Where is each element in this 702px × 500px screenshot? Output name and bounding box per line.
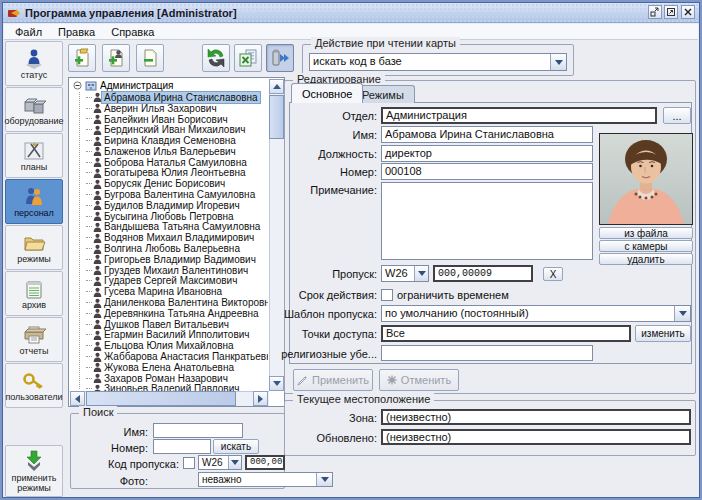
tree-hscroll-thumb[interactable] <box>86 391 236 406</box>
number-field[interactable]: 000108 <box>381 163 593 180</box>
tree-person-row[interactable]: Деревянкина Татьяна Андреевна <box>86 308 268 319</box>
position-field[interactable]: директор <box>381 145 593 162</box>
refresh-button[interactable] <box>202 44 230 72</box>
scroll-right-button[interactable] <box>253 391 268 406</box>
photo-from-camera-button[interactable]: с камеры <box>599 240 693 252</box>
tree-vscroll-thumb[interactable] <box>269 95 284 139</box>
menu-edit[interactable]: Правка <box>51 25 102 39</box>
sidebar-item-archive[interactable]: архив <box>5 271 63 316</box>
tree-person-row[interactable]: Груздев Михаил Валентинович <box>86 265 268 276</box>
pass-clear-button[interactable]: X <box>543 267 563 281</box>
tree-person-row[interactable]: Гударев Сергей Максимович <box>86 276 268 287</box>
name-label: Имя: <box>287 129 377 141</box>
tab-main[interactable]: Основное <box>291 83 363 103</box>
tree-person-row[interactable]: Жукова Елена Анатольевна <box>86 362 268 373</box>
tree-person-row[interactable]: Ельцова Юлия Михайловна <box>86 340 268 351</box>
note-textarea[interactable] <box>381 182 593 260</box>
search-photo-select[interactable]: неважно <box>198 472 333 487</box>
search-photo-dropdown[interactable] <box>316 473 332 486</box>
tree-connector <box>86 97 92 98</box>
sidebar-item-users[interactable]: пользователи <box>5 363 63 408</box>
tree-person-row[interactable]: Бирина Клавдия Семеновна <box>86 135 268 146</box>
access-field[interactable]: Все <box>381 325 631 342</box>
apply-button[interactable]: Применить <box>293 369 373 391</box>
tree-person-row[interactable]: Егармин Василий Ипполитович <box>86 330 268 341</box>
template-dropdown[interactable] <box>674 306 690 321</box>
scroll-up-button[interactable] <box>269 79 284 94</box>
search-number-input[interactable] <box>153 439 211 454</box>
religion-field[interactable] <box>381 345 593 361</box>
tree-person-row[interactable]: Захаров Роман Назарович <box>86 373 268 384</box>
validity-checkbox[interactable] <box>381 289 393 301</box>
tree-person-row[interactable]: Будилов Владимир Игоревич <box>86 200 268 211</box>
dept-field[interactable]: Администрация <box>381 107 657 124</box>
menu-file[interactable]: Файл <box>8 25 49 39</box>
sidebar-item-status[interactable]: статус <box>5 41 63 86</box>
template-select[interactable]: по умолчанию (постоянный) <box>381 305 691 322</box>
scroll-down-button[interactable] <box>269 376 284 391</box>
tree-person-row[interactable]: Борусяк Денис Борисович <box>86 178 268 189</box>
sidebar-item-equipment[interactable]: оборудование <box>5 87 63 132</box>
person-name: Гусева Марина Ивановна <box>102 286 224 297</box>
validity-option-label[interactable]: ограничить временем <box>397 289 517 301</box>
search-pass-format-dropdown[interactable] <box>228 456 241 469</box>
export-button[interactable] <box>234 44 262 72</box>
tree-person-row[interactable]: Бердинский Иван Михаилович <box>86 124 268 135</box>
remove-item-button[interactable] <box>136 44 164 72</box>
pass-format-select[interactable]: W26 <box>381 265 429 282</box>
person-icon <box>93 146 102 156</box>
close-button[interactable] <box>681 5 695 19</box>
tree-person-row[interactable]: Блаженов Илья Валерьевич <box>86 146 268 157</box>
photo-from-file-button[interactable]: из файла <box>599 227 693 239</box>
tree-person-row[interactable]: Водянов Михаил Владимирович <box>86 232 268 243</box>
tree-person-row[interactable]: Жаббарова Анастасия Панкратьевна <box>86 351 268 362</box>
add-person-button[interactable] <box>102 44 130 72</box>
card-action-dropdown-button[interactable] <box>550 54 566 70</box>
search-find-button[interactable]: искать <box>213 439 259 454</box>
pass-format-dropdown[interactable] <box>414 266 428 281</box>
scroll-left-button[interactable] <box>70 391 85 406</box>
tree-person-row[interactable]: Бусыгина Любовь Петровна <box>86 211 268 222</box>
tree-person-row[interactable]: Богатырева Юлия Леонтьевна <box>86 168 268 179</box>
tree-person-row[interactable]: Григорьев Владимир Вадимович <box>86 254 268 265</box>
pen-icon <box>297 375 308 386</box>
apply-modes-button[interactable]: применить режимы <box>5 445 63 497</box>
sidebar-item-modes[interactable]: режимы <box>5 225 63 270</box>
sidebar-item-plans[interactable]: планы <box>5 133 63 178</box>
cancel-button[interactable]: Отменить <box>379 369 459 391</box>
search-pass-format-select[interactable]: W26 <box>198 455 242 470</box>
name-field[interactable]: Абрамова Ирина Станиславовна <box>381 126 593 143</box>
title-bar[interactable]: Программа управления [Administrator] <box>3 3 699 23</box>
menu-help[interactable]: Справка <box>104 25 161 39</box>
tree-person-row[interactable]: Аверин Илья Захарович <box>86 103 268 114</box>
card-reader-toggle-button[interactable] <box>266 44 294 72</box>
sidebar-item-personnel[interactable]: персонал <box>5 179 63 224</box>
sidebar-item-reports[interactable]: отчеты <box>5 317 63 362</box>
tree-person-row[interactable]: Боброва Наталья Самуиловна <box>86 157 268 168</box>
photo-delete-button[interactable]: удалить <box>599 253 693 265</box>
search-passcode-input[interactable]: 000,00000 <box>245 455 285 470</box>
maximize-button[interactable] <box>664 5 678 19</box>
pass-code-field[interactable]: 000,00009 <box>433 265 533 282</box>
add-department-button[interactable] <box>68 44 96 72</box>
tree-person-row[interactable]: Гусева Марина Ивановна <box>86 286 268 297</box>
access-change-button[interactable]: изменить <box>635 325 691 342</box>
collapse-handle-icon[interactable] <box>73 81 82 90</box>
tree-connector <box>86 140 92 141</box>
minimize-button[interactable] <box>648 5 662 19</box>
tree-viewport[interactable]: Администрация Абрамова Ирина Станиславов… <box>70 79 268 391</box>
person-name: Балейкин Иван Борисович <box>102 114 230 125</box>
tree-person-row[interactable]: Вандышева Татьяна Самуиловна <box>86 222 268 233</box>
tree-root-row[interactable]: Администрация <box>70 79 268 92</box>
tree-person-row[interactable]: Душков Павел Витальевич <box>86 319 268 330</box>
search-name-input[interactable] <box>153 423 243 438</box>
tree-person-row[interactable]: Абрамова Ирина Станиславовна <box>86 92 268 103</box>
tree-person-row[interactable]: Бугрова Валентина Самуиловна <box>86 189 268 200</box>
tree-person-row[interactable]: Даниленкова Валентина Викторовна <box>86 297 268 308</box>
tree-person-row[interactable]: Зиновьев Валерий Павлович <box>86 384 268 391</box>
tree-person-row[interactable]: Балейкин Иван Борисович <box>86 114 268 125</box>
tree-person-row[interactable]: Волгина Любовь Валерьевна <box>86 243 268 254</box>
dept-more-button[interactable]: ... <box>663 107 691 124</box>
card-action-select[interactable]: искать код в базе <box>309 53 567 71</box>
search-passcode-checkbox[interactable] <box>183 457 195 469</box>
